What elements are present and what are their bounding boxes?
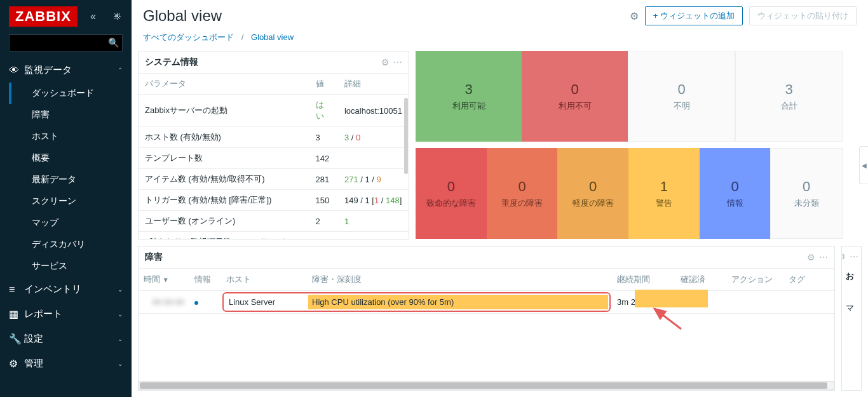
widget-gear-icon[interactable]: ⚙ <box>841 252 846 262</box>
sidebar-item-services[interactable]: サービス <box>0 255 132 277</box>
dashboard-body: システム情報 ⚙ ⋯ パラメータ 値 詳細 <box>132 51 868 397</box>
sidebar-item-problems[interactable]: 障害 <box>0 104 132 126</box>
problem-host[interactable]: Linux Server <box>225 295 308 309</box>
sidebar-item-latest[interactable]: 最新データ <box>0 169 132 191</box>
sidebar-item-dashboard[interactable]: ダッシュボード <box>0 83 132 104</box>
severity-tile[interactable]: 0情報 <box>700 148 771 239</box>
col-time[interactable]: 時間 ▼ <box>139 269 189 291</box>
logo: ZABBIX <box>9 6 78 27</box>
drawer-tab[interactable]: ◀ <box>859 146 868 184</box>
sidebar-item-hosts[interactable]: ホスト <box>0 126 132 147</box>
widget-more-icon[interactable]: ⋯ <box>850 252 858 262</box>
availability-tile[interactable]: 3利用可能 <box>416 51 522 142</box>
maintenance-icon[interactable]: ⛯ <box>112 11 123 22</box>
widget-side: ⚙⋯ お マ <box>841 246 862 391</box>
chevron-down-icon: ⌄ <box>118 335 123 342</box>
nav-section[interactable]: 🔧設定⌄ <box>0 326 132 351</box>
severity-tile[interactable]: 0軽度の障害 <box>557 148 628 239</box>
sysinfo-row: アイテム数 (有効/無効/取得不可)281271 / 1 / 9 <box>139 169 409 190</box>
page-title: Global view <box>143 7 623 25</box>
severity-bar <box>635 290 708 307</box>
sidebar-item-screens[interactable]: スクリーン <box>0 191 132 212</box>
breadcrumb-current[interactable]: Global view <box>251 32 294 42</box>
sidebar-item-maps[interactable]: マップ <box>0 212 132 234</box>
sysinfo-row: テンプレート数142 <box>139 148 409 169</box>
problems-table: 時間 ▼ 情報 ホスト 障害・深刻度 継続期間 確認済 アクション タグ 00:… <box>139 269 834 314</box>
sysinfo-row: Zabbixサーバーの起動はいlocalhost:10051 <box>139 95 409 127</box>
nav-section[interactable]: ⚙管理⌄ <box>0 351 132 376</box>
sysinfo-row: ホスト数 (有効/無効)33 / 0 <box>139 127 409 148</box>
gear-icon[interactable]: ⚙ <box>630 10 639 22</box>
widget-problems: 障害 ⚙ ⋯ 時間 ▼ 情報 ホスト 障害・深刻度 継続期間 <box>138 246 835 391</box>
search-input[interactable] <box>9 34 123 51</box>
time-blurred: 00:00:00 <box>152 297 184 307</box>
sort-desc-icon: ▼ <box>163 276 169 283</box>
widget-stats: 3利用可能0利用不可0不明3合計 0致命的な障害0重度の障害0軽度の障害1警告0… <box>416 51 843 239</box>
widget-gear-icon[interactable]: ⚙ <box>381 57 390 67</box>
sidebar-item-discovery[interactable]: ディスカバリ <box>0 234 132 255</box>
nav-monitoring: 👁 監視データ ⌃ ダッシュボード障害ホスト概要最新データスクリーンマップディス… <box>0 58 132 277</box>
availability-tile[interactable]: 0不明 <box>628 51 735 142</box>
severity-tile[interactable]: 0致命的な障害 <box>416 148 487 239</box>
sidebar-item-overview[interactable]: 概要 <box>0 147 132 169</box>
severity-tile[interactable]: 0未分類 <box>770 148 843 239</box>
chevron-up-icon: ⌃ <box>118 67 123 74</box>
search-box: 🔍 <box>9 34 123 51</box>
sysinfo-row: ユーザー数 (オンライン)21 <box>139 211 409 232</box>
main: Global view ⚙ + ウィジェットの追加 ウィジェットの貼り付け すべ… <box>132 0 868 397</box>
severity-tile[interactable]: 1警告 <box>628 148 700 239</box>
chevron-down-icon: ⌄ <box>118 360 123 367</box>
sysinfo-row: 1秒あたりの監視項目数(Zabbixサーバーの3.61 <box>139 232 409 239</box>
severity-tile[interactable]: 0重度の障害 <box>487 148 558 239</box>
availability-tile[interactable]: 0利用不可 <box>522 51 628 142</box>
widget-gear-icon[interactable]: ⚙ <box>807 252 815 262</box>
availability-tile[interactable]: 3合計 <box>735 51 843 142</box>
widget-sysinfo: システム情報 ⚙ ⋯ パラメータ 値 詳細 <box>138 51 409 239</box>
nav-section[interactable]: ▦レポート⌄ <box>0 302 132 326</box>
eye-icon: 👁 <box>9 65 24 76</box>
nav-section[interactable]: ≡インベントリ⌄ <box>0 277 132 302</box>
sysinfo-table: パラメータ 値 詳細 Zabbixサーバーの起動はいlocalhost:1005… <box>139 74 409 239</box>
sysinfo-row: トリガー数 (有効/無効 [障害/正常])150149 / 1 [1 / 148… <box>139 190 409 211</box>
search-icon[interactable]: 🔍 <box>108 37 119 48</box>
h-scrollbar[interactable] <box>139 381 834 390</box>
chevron-down-icon: ⌄ <box>118 311 123 318</box>
sidebar: ZABBIX « ⛯ 🔍 👁 監視データ ⌃ ダッシュボード障害ホスト概要最新デ… <box>0 0 132 397</box>
widget-more-icon[interactable]: ⋯ <box>393 57 402 67</box>
scrollbar[interactable] <box>404 98 408 174</box>
chevron-down-icon: ⌄ <box>118 286 123 293</box>
breadcrumb: すべてのダッシュボード / Global view <box>132 28 868 51</box>
sysinfo-title: システム情報 <box>145 57 381 68</box>
main-header: Global view ⚙ + ウィジェットの追加 ウィジェットの貼り付け <box>132 0 868 28</box>
nav-monitoring-title[interactable]: 👁 監視データ ⌃ <box>0 58 132 83</box>
sidebar-header: ZABBIX « ⛯ <box>0 0 132 30</box>
collapse-icon[interactable]: « <box>90 11 96 22</box>
problems-title: 障害 <box>145 252 807 263</box>
breadcrumb-all[interactable]: すべてのダッシュボード <box>143 32 234 42</box>
add-widget-button[interactable]: + ウィジェットの追加 <box>645 6 743 25</box>
problem-row[interactable]: 00:00:00 Linux Server High CPU utilizati… <box>139 291 834 314</box>
problem-text[interactable]: High CPU utilization (over 90% for 5m) <box>308 295 608 309</box>
paste-widget-button: ウィジェットの貼り付け <box>749 6 857 25</box>
severity-bullet-icon <box>194 301 198 305</box>
widget-more-icon[interactable]: ⋯ <box>819 252 828 262</box>
highlighted-problem: Linux Server High CPU utilization (over … <box>222 292 611 312</box>
